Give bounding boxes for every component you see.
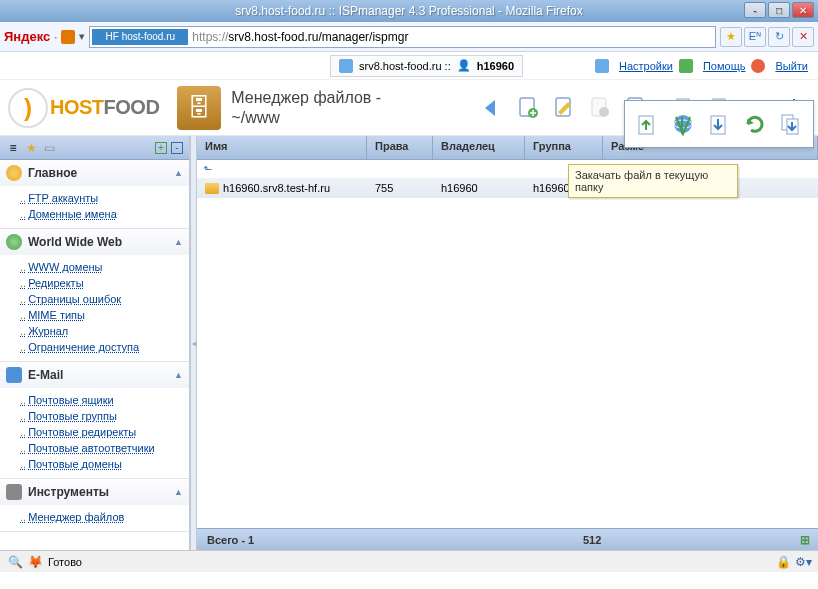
dropdown-arrow-icon[interactable]: ▾ bbox=[79, 30, 85, 43]
footer-bar: Всего - 1 512 ⊞ bbox=[197, 528, 818, 550]
collapse-all-icon[interactable]: - bbox=[171, 142, 183, 154]
translate-button[interactable]: Eᴺ bbox=[744, 27, 766, 47]
browser-toolbar: Яндекс · ▾ HF host-food.ru https://srv8.… bbox=[0, 22, 818, 52]
site-favicon: HF host-food.ru bbox=[92, 29, 188, 45]
security-menu-icon[interactable]: ⚙▾ bbox=[796, 555, 810, 569]
yandex-label: Яндекс bbox=[4, 29, 50, 44]
minimize-button[interactable]: - bbox=[744, 2, 766, 18]
sidebar-link-mime[interactable]: ..MIME типы bbox=[20, 307, 189, 323]
lock-icon: 🔒 bbox=[776, 555, 790, 569]
globe-orange-icon bbox=[6, 165, 22, 181]
sidebar-link-filemanager[interactable]: ..Менеджер файлов bbox=[20, 509, 189, 525]
fox-icon: 🦊 bbox=[28, 555, 42, 569]
tools-icon bbox=[6, 484, 22, 500]
settings-link[interactable]: Настройки bbox=[619, 60, 673, 72]
section-email-title: E-Mail bbox=[28, 368, 63, 382]
stop-button[interactable]: ✕ bbox=[792, 27, 814, 47]
settings-icon bbox=[595, 59, 609, 73]
properties-button[interactable] bbox=[584, 92, 616, 124]
sidebar-link-mailboxes[interactable]: ..Почтовые ящики bbox=[20, 392, 189, 408]
section-main: Главное ▲ ..FTP аккаунты ..Доменные имен… bbox=[0, 160, 189, 229]
row-owner: h16960 bbox=[433, 182, 525, 194]
col-group[interactable]: Группа bbox=[525, 136, 603, 159]
svg-point-4 bbox=[599, 107, 609, 117]
section-tools: Инструменты ▲ ..Менеджер файлов bbox=[0, 479, 189, 532]
new-button[interactable] bbox=[512, 92, 544, 124]
section-www-title: World Wide Web bbox=[28, 235, 122, 249]
footer-total: Всего - 1 bbox=[197, 534, 573, 546]
logo-text: HOSTFOOD bbox=[50, 96, 159, 119]
col-owner[interactable]: Владелец bbox=[433, 136, 525, 159]
download-button[interactable] bbox=[704, 109, 734, 139]
sidebar-link-mailgroups[interactable]: ..Почтовые группы bbox=[20, 408, 189, 424]
refresh-list-button[interactable] bbox=[740, 109, 770, 139]
yandex-icon[interactable] bbox=[61, 30, 75, 44]
user-icon: 👤 bbox=[457, 59, 471, 72]
sidebar-link-autoresponders[interactable]: ..Почтовые автоответчики bbox=[20, 440, 189, 456]
user-label: h16960 bbox=[477, 60, 514, 72]
sidebar-link-errorpages[interactable]: ..Страницы ошибок bbox=[20, 291, 189, 307]
chevron-up-icon: ▲ bbox=[174, 370, 183, 380]
url-text: https://srv8.host-food.ru/manager/ispmgr bbox=[192, 30, 408, 44]
logo-disc-icon: ) bbox=[8, 88, 48, 128]
sidebar-link-maildomains[interactable]: ..Почтовые домены bbox=[20, 456, 189, 472]
tooltip: Закачать файл в текущую папку bbox=[568, 164, 738, 198]
search-status-icon[interactable]: 🔍 bbox=[8, 555, 22, 569]
help-link[interactable]: Помощь bbox=[703, 60, 746, 72]
window-titlebar: srv8.host-food.ru :: ISPmanager 4.3 Prof… bbox=[0, 0, 818, 22]
section-tools-title: Инструменты bbox=[28, 485, 109, 499]
address-bar[interactable]: HF host-food.ru https://srv8.host-food.r… bbox=[89, 26, 716, 48]
section-main-header[interactable]: Главное ▲ bbox=[0, 160, 189, 186]
section-tools-header[interactable]: Инструменты ▲ bbox=[0, 479, 189, 505]
body: ≡ ★ ▭ + - Главное ▲ ..FTP аккаунты ..Дом… bbox=[0, 136, 818, 550]
server-label: srv8.host-food.ru :: bbox=[359, 60, 451, 72]
col-name[interactable]: Имя bbox=[197, 136, 367, 159]
search-dropdown[interactable]: · bbox=[54, 31, 57, 43]
star-icon[interactable]: ★ bbox=[24, 141, 38, 155]
edit-button[interactable] bbox=[548, 92, 580, 124]
window-title: srv8.host-food.ru :: ISPmanager 4.3 Prof… bbox=[235, 4, 582, 18]
up-icon: ⬑ bbox=[203, 163, 212, 176]
download-all-button[interactable] bbox=[776, 109, 806, 139]
statusbar: 🔍 🦊 Готово 🔒 ⚙▾ bbox=[0, 550, 818, 572]
folder-view-icon[interactable]: ▭ bbox=[42, 141, 56, 155]
mail-icon bbox=[6, 367, 22, 383]
splitter[interactable]: ◂ bbox=[190, 136, 197, 550]
sidebar: ≡ ★ ▭ + - Главное ▲ ..FTP аккаунты ..Дом… bbox=[0, 136, 190, 550]
list-icon[interactable]: ≡ bbox=[6, 141, 20, 155]
refresh-button[interactable]: ↻ bbox=[768, 27, 790, 47]
expand-all-icon[interactable]: + bbox=[155, 142, 167, 154]
browser-buttons: ★ Eᴺ ↻ ✕ bbox=[720, 27, 814, 47]
sidebar-link-access[interactable]: ..Ограничение доступа bbox=[20, 339, 189, 355]
maximize-button[interactable]: □ bbox=[768, 2, 790, 18]
section-email-header[interactable]: E-Mail ▲ bbox=[0, 362, 189, 388]
sidebar-link-journal[interactable]: ..Журнал bbox=[20, 323, 189, 339]
back-button[interactable] bbox=[476, 92, 508, 124]
server-user-box: srv8.host-food.ru :: 👤 h16960 bbox=[330, 55, 523, 77]
sidebar-link-domains[interactable]: ..Доменные имена bbox=[20, 206, 189, 222]
col-perms[interactable]: Права bbox=[367, 136, 433, 159]
window-controls: - □ ✕ bbox=[744, 2, 814, 18]
main-panel: Имя Права Владелец Группа Разме ⬑ h16960… bbox=[197, 136, 818, 550]
sidebar-header: ≡ ★ ▭ + - bbox=[0, 136, 189, 160]
folder-icon bbox=[205, 183, 219, 194]
download-url-button[interactable] bbox=[668, 109, 698, 139]
globe-green-icon bbox=[6, 234, 22, 250]
sidebar-link-wwwdomains[interactable]: ..WWW домены bbox=[20, 259, 189, 275]
chevron-up-icon: ▲ bbox=[174, 168, 183, 178]
footer-size: 512 bbox=[573, 534, 798, 546]
section-email: E-Mail ▲ ..Почтовые ящики ..Почтовые гру… bbox=[0, 362, 189, 479]
close-window-button[interactable]: ✕ bbox=[792, 2, 814, 18]
sidebar-link-ftp[interactable]: ..FTP аккаунты bbox=[20, 190, 189, 206]
sidebar-link-mailredirects[interactable]: ..Почтовые редиректы bbox=[20, 424, 189, 440]
float-toolbar bbox=[624, 100, 814, 148]
exit-link[interactable]: Выйти bbox=[775, 60, 808, 72]
section-www-header[interactable]: World Wide Web ▲ bbox=[0, 229, 189, 255]
sidebar-link-redirects[interactable]: ..Редиректы bbox=[20, 275, 189, 291]
page-title: Менеджер файлов - ~/www bbox=[231, 88, 381, 126]
export-icon[interactable]: ⊞ bbox=[798, 533, 812, 547]
server-info-bar: srv8.host-food.ru :: 👤 h16960 Настройки … bbox=[0, 52, 818, 80]
upload-button[interactable] bbox=[632, 109, 662, 139]
chevron-up-icon: ▲ bbox=[174, 237, 183, 247]
favorite-button[interactable]: ★ bbox=[720, 27, 742, 47]
